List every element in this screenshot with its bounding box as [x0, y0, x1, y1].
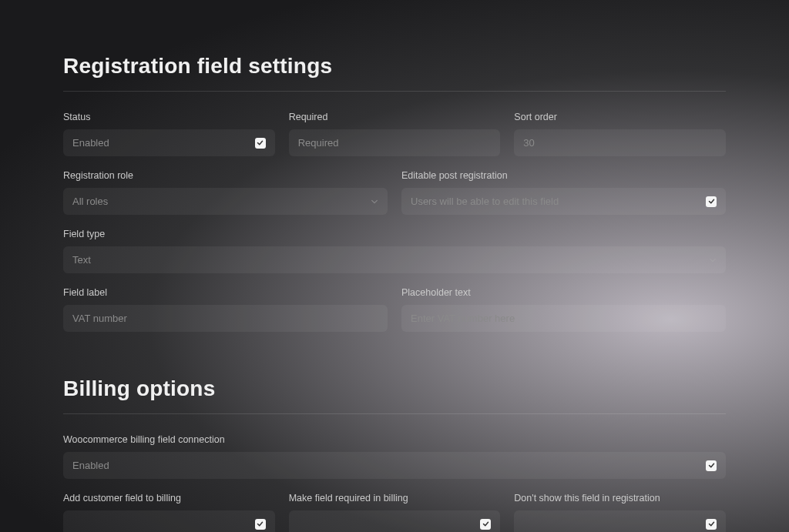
field-group-status: Status Enabled: [63, 112, 275, 156]
label-field-type: Field type: [63, 229, 726, 239]
editable-value: Users will be able to edit this field: [411, 196, 559, 207]
placeholder-input[interactable]: Enter VAT number here: [401, 305, 726, 332]
section-title-billing: Billing options: [63, 376, 726, 401]
checkbox-icon: [706, 519, 717, 530]
chevron-down-icon: [371, 198, 378, 206]
label-status: Status: [63, 112, 275, 122]
status-toggle[interactable]: Enabled: [63, 129, 275, 156]
field-group-billing-connection: Woocommerce billing field connection Ena…: [63, 434, 726, 479]
label-dont-show: Don't show this field in registration: [514, 493, 726, 504]
sort-order-input[interactable]: 30: [514, 129, 726, 156]
placeholder-value: Enter VAT number here: [411, 313, 515, 324]
field-group-field-type: Field type Text: [63, 229, 726, 273]
field-group-add-to-billing: Add customer field to billing: [63, 493, 275, 532]
row-role-editable: Registration role All roles Editable pos…: [63, 170, 726, 215]
field-type-select[interactable]: Text: [63, 246, 726, 273]
label-placeholder: Placeholder text: [401, 287, 726, 298]
billing-connection-toggle[interactable]: Enabled: [63, 452, 726, 479]
label-required: Required: [289, 112, 501, 122]
divider: [63, 91, 726, 92]
field-type-value: Text: [72, 254, 91, 266]
field-label-input[interactable]: VAT number: [63, 305, 388, 332]
field-group-field-label: Field label VAT number: [63, 287, 388, 332]
field-group-editable: Editable post registration Users will be…: [401, 170, 726, 215]
required-toggle[interactable]: Required: [289, 129, 501, 156]
divider: [63, 413, 726, 414]
label-add-to-billing: Add customer field to billing: [63, 493, 275, 504]
row-field-type: Field type Text: [63, 229, 726, 273]
row-label-placeholder: Field label VAT number Placeholder text …: [63, 287, 726, 332]
field-group-placeholder: Placeholder text Enter VAT number here: [401, 287, 726, 332]
registration-role-select[interactable]: All roles: [63, 188, 388, 215]
field-label-value: VAT number: [72, 313, 127, 324]
checkbox-icon: [480, 519, 491, 530]
billing-connection-value: Enabled: [72, 460, 109, 471]
row-status-required-sort: Status Enabled Required Required Sort or…: [63, 112, 726, 156]
checkbox-icon: [255, 138, 266, 149]
field-group-dont-show: Don't show this field in registration: [514, 493, 726, 532]
row-billing-connection: Woocommerce billing field connection Ena…: [63, 434, 726, 479]
label-registration-role: Registration role: [63, 170, 388, 181]
chevron-down-icon: [709, 256, 717, 264]
sort-order-value: 30: [523, 137, 534, 149]
field-group-registration-role: Registration role All roles: [63, 170, 388, 215]
settings-panel: Registration field settings Status Enabl…: [0, 0, 789, 532]
status-value: Enabled: [72, 137, 109, 149]
checkbox-icon: [255, 519, 266, 530]
label-billing-connection: Woocommerce billing field connection: [63, 434, 726, 445]
label-editable: Editable post registration: [401, 170, 726, 181]
label-required-in-billing: Make field required in billing: [289, 493, 501, 504]
required-value: Required: [298, 137, 339, 149]
field-group-required-in-billing: Make field required in billing: [289, 493, 501, 532]
field-group-sort-order: Sort order 30: [514, 112, 726, 156]
label-sort-order: Sort order: [514, 112, 726, 122]
registration-role-value: All roles: [72, 196, 108, 207]
dont-show-toggle[interactable]: [514, 510, 726, 532]
editable-toggle[interactable]: Users will be able to edit this field: [401, 188, 726, 215]
row-billing-options: Add customer field to billing Make field…: [63, 493, 726, 532]
label-field-label: Field label: [63, 287, 388, 298]
field-group-required: Required Required: [289, 112, 501, 156]
required-in-billing-toggle[interactable]: [289, 510, 501, 532]
section-title-registration: Registration field settings: [63, 54, 726, 79]
checkbox-icon: [706, 460, 717, 471]
add-to-billing-toggle[interactable]: [63, 510, 275, 532]
checkbox-icon: [706, 196, 717, 207]
